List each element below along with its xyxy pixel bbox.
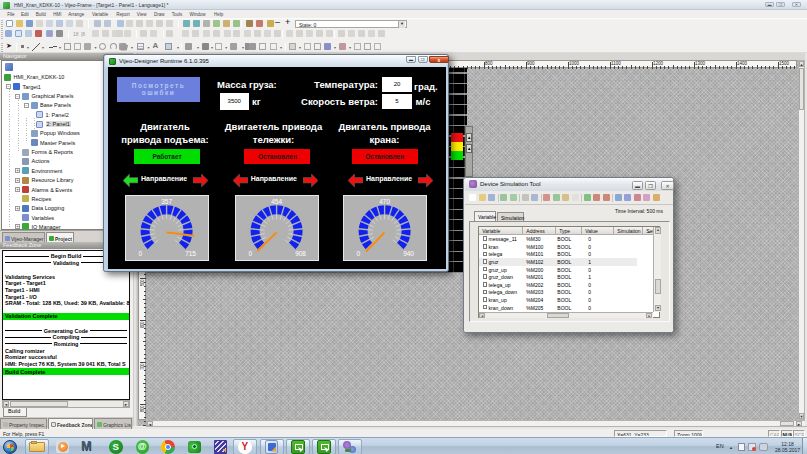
svg-text:0: 0 bbox=[357, 250, 361, 257]
svg-text:0: 0 bbox=[139, 250, 143, 257]
svg-text:715: 715 bbox=[186, 250, 197, 257]
svg-text:470: 470 bbox=[379, 197, 390, 204]
svg-text:0: 0 bbox=[249, 250, 253, 257]
svg-text:940: 940 bbox=[403, 250, 414, 257]
svg-text:908: 908 bbox=[295, 250, 306, 257]
svg-text:357: 357 bbox=[162, 197, 173, 204]
svg-text:454: 454 bbox=[271, 197, 282, 204]
